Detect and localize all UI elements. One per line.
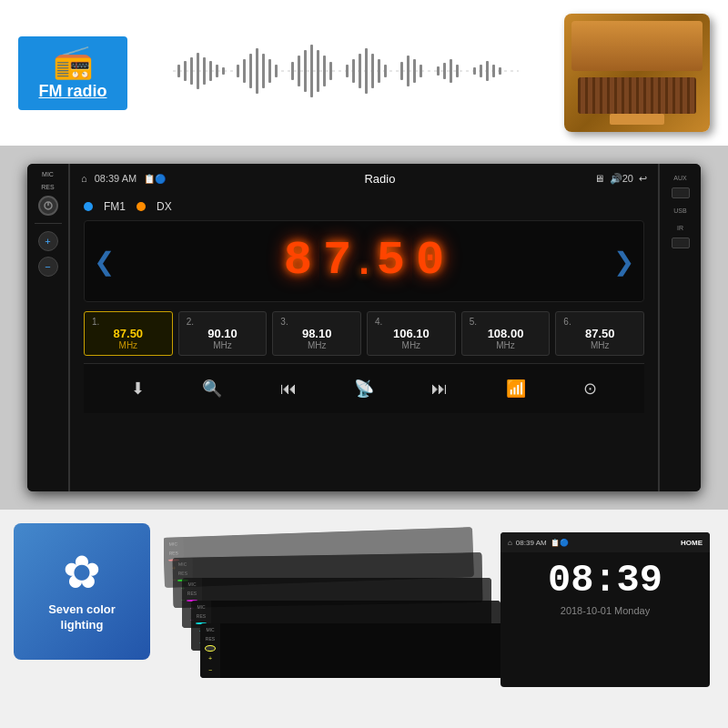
svg-rect-26 (365, 48, 368, 94)
volume-display: 🔊20 (610, 173, 633, 185)
preset-unit-3: MHz (280, 340, 353, 350)
main-screen: ⌂ 08:39 AM 📋🔵 Radio 🖥 🔊20 ↩ F (68, 164, 660, 491)
topbar-left: ⌂ 08:39 AM 📋🔵 (81, 173, 166, 184)
svg-rect-12 (256, 48, 258, 94)
mini-stereo-5: MIC RES + − (200, 623, 510, 678)
fm1-dot (84, 202, 93, 211)
broadcast-button[interactable]: 📡 (349, 373, 379, 404)
screen-icon: 🖥 (594, 173, 604, 184)
preset-4[interactable]: 4. 106.10 MHz (367, 311, 456, 356)
svg-rect-31 (407, 56, 410, 86)
seven-color-badge: ✿ Seven color lighting (14, 523, 150, 660)
stereo-section: MIC RES + − ⌂ 08:39 AM (0, 146, 728, 510)
bottom-section: ✿ Seven color lighting MIC RES + − (0, 510, 728, 728)
freq-display: ❮ 8 7 . 5 0 ❯ (84, 220, 644, 302)
back-icon[interactable]: ↩ (639, 173, 647, 185)
usb-port (672, 238, 690, 248)
divider (35, 223, 62, 224)
svg-rect-41 (492, 65, 495, 77)
svg-rect-22 (329, 62, 332, 80)
preset-2[interactable]: 2. 90.10 MHz (178, 311, 268, 356)
dx-dot (136, 202, 146, 211)
preset-unit-4: MHz (375, 340, 448, 350)
svg-rect-15 (275, 65, 278, 77)
svg-rect-33 (420, 65, 422, 77)
home-display: ⌂ 08:39 AM 📋🔵 HOME 08:39 2018-10-01 Mond… (500, 532, 710, 687)
home-clock-display: 08:39 2018-10-01 Monday (500, 552, 710, 625)
prev-track-button[interactable]: ⏮ (275, 374, 302, 404)
svg-rect-30 (400, 62, 403, 80)
svg-rect-25 (359, 54, 361, 88)
usb-label: USB (673, 207, 686, 215)
home-status-icons: 📋🔵 (551, 539, 569, 547)
vol-down-button[interactable]: − (38, 257, 58, 277)
prev-arrow[interactable]: ❮ (94, 247, 115, 277)
home-date: 2018-10-01 Monday (561, 605, 650, 616)
home-time-display: 08:39 AM (516, 539, 547, 547)
svg-rect-28 (378, 59, 380, 83)
svg-rect-9 (237, 65, 239, 77)
preset-5[interactable]: 5. 108.00 MHz (461, 311, 551, 356)
preset-num-2: 2. (187, 317, 259, 327)
preset-6[interactable]: 6. 87.50 MHz (555, 311, 644, 356)
svg-rect-3 (190, 57, 193, 85)
svg-rect-10 (243, 59, 246, 83)
preset-freq-6: 87.50 (563, 327, 636, 340)
settings-button[interactable]: ⊙ (578, 373, 602, 404)
vintage-radio-dial (610, 114, 664, 125)
dx-label: DX (157, 200, 172, 213)
preset-freq-5: 108.00 (470, 327, 542, 340)
search-button[interactable]: 🔍 (197, 373, 228, 404)
fm1-label: FM1 (104, 200, 126, 213)
svg-rect-35 (443, 63, 446, 79)
vol-up-button[interactable]: + (38, 231, 58, 251)
bottom-controls: ⬇ 🔍 ⏮ 📡 ⏭ 📶 ⊙ (84, 363, 644, 413)
preset-unit-1: MHz (92, 340, 165, 350)
next-track-button[interactable]: ⏭ (426, 374, 453, 404)
preset-num-1: 1. (92, 317, 165, 327)
stereo-stack: MIC RES + − MIC RES + − (164, 523, 728, 687)
aux-port (672, 187, 690, 198)
seven-color-line1: Seven color (48, 602, 116, 616)
next-arrow[interactable]: ❯ (613, 247, 634, 277)
fm-indicators: FM1 DX (84, 200, 644, 213)
car-stereo: MIC RES + − ⌂ 08:39 AM (27, 164, 701, 491)
home-house-icon: ⌂ (508, 539, 512, 547)
top-section: 📻 FM radio (0, 0, 728, 146)
power-button[interactable] (38, 196, 58, 216)
svg-rect-1 (177, 65, 180, 77)
home-topbar: ⌂ 08:39 AM 📋🔵 HOME (500, 532, 710, 552)
res-label: RES (41, 184, 54, 191)
svg-rect-19 (310, 45, 313, 97)
svg-rect-14 (268, 59, 271, 83)
right-panel: AUX USB IR (660, 164, 701, 491)
topbar-time: 08:39 AM (95, 173, 136, 184)
svg-rect-29 (384, 65, 387, 77)
aux-label: AUX (673, 175, 686, 182)
svg-rect-36 (450, 59, 452, 83)
home-topbar-left: ⌂ 08:39 AM 📋🔵 (508, 539, 569, 547)
download-button[interactable]: ⬇ (126, 373, 150, 404)
mini-left-5: MIC RES + − (200, 623, 220, 678)
svg-rect-40 (486, 61, 489, 81)
svg-rect-37 (456, 65, 459, 77)
svg-rect-32 (413, 59, 416, 83)
preset-num-5: 5. (470, 317, 542, 327)
radio-title: Radio (364, 172, 395, 186)
topbar-title: Radio (364, 172, 395, 186)
radio-icon: 📻 (53, 46, 94, 78)
signal-button[interactable]: 📶 (500, 373, 531, 404)
preset-3[interactable]: 3. 98.10 MHz (272, 311, 361, 356)
svg-rect-5 (203, 57, 206, 85)
svg-rect-27 (371, 54, 374, 88)
preset-freq-2: 90.10 (187, 327, 259, 340)
preset-freq-1: 87.50 (92, 327, 165, 340)
decimal-dot: . (359, 242, 369, 285)
topbar-icons: 📋🔵 (144, 174, 166, 184)
fm-radio-label: FM radio (39, 82, 107, 101)
preset-num-3: 3. (280, 317, 353, 327)
volume-value: 20 (622, 173, 633, 184)
svg-rect-7 (216, 65, 218, 77)
seven-color-line2: lighting (61, 618, 104, 632)
preset-1[interactable]: 1. 87.50 MHz (84, 311, 173, 356)
